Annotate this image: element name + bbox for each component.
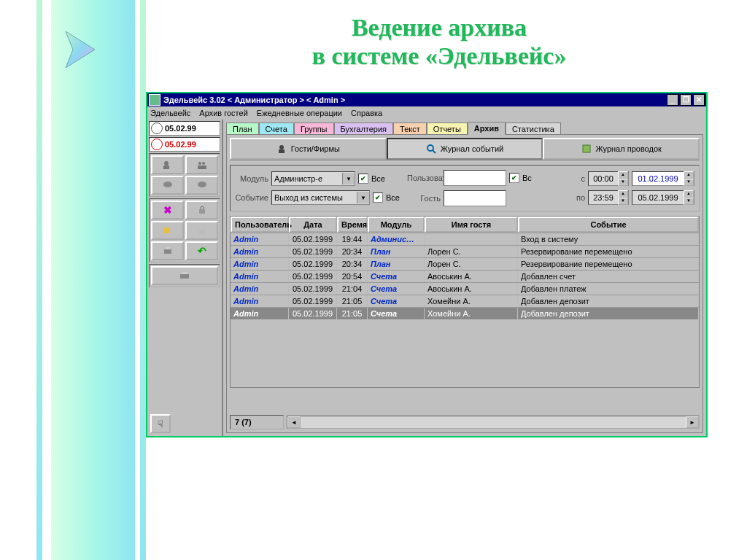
toolbar-group-3 [149, 264, 220, 287]
event-grid: Пользователь Дата Время Модуль Имя гостя… [230, 216, 700, 388]
tab-Текст[interactable]: Текст [393, 122, 427, 135]
toolbtn-group[interactable] [185, 155, 218, 174]
check-user-all[interactable]: ✔ [509, 173, 519, 183]
menu-daily[interactable]: Ежедневные операции [257, 109, 342, 117]
table-row[interactable]: Admin05.02.199920:54СчетаАвоськин А.Доба… [231, 270, 699, 282]
minimize-button[interactable]: _ [667, 94, 678, 106]
toolbtn-printer[interactable] [151, 266, 218, 285]
tab-Архив[interactable]: Архив [468, 122, 506, 135]
search-icon [426, 144, 436, 154]
grid-header: Пользователь Дата Время Модуль Имя гостя… [231, 217, 699, 233]
table-row[interactable]: Admin05.02.199920:34ПланЛорен С.Резервир… [231, 257, 699, 270]
svg-marker-0 [66, 31, 95, 68]
dropdown-icon[interactable]: ▼ [357, 192, 369, 203]
svg-point-1 [164, 161, 169, 166]
person-icon [276, 144, 287, 154]
subtab-events[interactable]: Журнал событий [387, 138, 543, 160]
toolbtn-delete[interactable]: ✖ [151, 201, 184, 219]
slide-bullet-icon [58, 28, 102, 71]
tab-Статистика[interactable]: Статистика [506, 122, 561, 135]
tab-План[interactable]: План [226, 122, 259, 135]
combo-module[interactable]: ▼ [271, 171, 355, 186]
label-module: Модуль [235, 174, 268, 183]
svg-rect-11 [164, 249, 171, 254]
table-row[interactable]: Admin05.02.199921:05СчетаХомейни А.Добав… [231, 307, 699, 319]
check-event-all[interactable]: ✔ [373, 192, 383, 203]
col-time[interactable]: Время [337, 217, 368, 233]
svg-rect-10 [199, 230, 205, 234]
tab-Бухгалтерия[interactable]: Бухгалтерия [334, 122, 394, 135]
svg-point-17 [427, 145, 433, 151]
ledger-icon [581, 144, 592, 154]
tab-Счета[interactable]: Счета [259, 122, 294, 135]
svg-point-3 [198, 162, 201, 165]
left-toolbar: 05.02.99 05.02.99 ✖ [147, 120, 223, 436]
check-module-all[interactable]: ✔ [358, 174, 368, 184]
menu-archive[interactable]: Архив гостей [199, 109, 247, 117]
title-bar: Эдельвейс 3.02 < Администратор > < Admin… [147, 93, 706, 106]
toolbtn-hand[interactable]: ☟ [150, 414, 171, 433]
svg-point-4 [202, 162, 205, 165]
menu-bar: Эдельвейс Архив гостей Ежедневные операц… [147, 106, 706, 120]
menu-app[interactable]: Эдельвейс [150, 109, 190, 117]
horizontal-scrollbar[interactable]: ◄ ► [287, 416, 700, 429]
svg-rect-9 [164, 228, 170, 233]
scroll-left-icon[interactable]: ◄ [287, 416, 301, 428]
toolbtn-paint[interactable] [151, 221, 184, 240]
toolbtn-person[interactable] [151, 155, 184, 174]
label-guest: Гость [407, 194, 441, 203]
toolbtn-print[interactable] [151, 241, 184, 260]
spin-to-date[interactable]: ▲▼ [632, 190, 694, 205]
col-module[interactable]: Модуль [368, 217, 425, 233]
toolbtn-chat[interactable] [151, 176, 184, 195]
date-chip-today[interactable]: 05.02.99 [149, 121, 220, 136]
svg-rect-8 [199, 209, 205, 214]
col-date[interactable]: Дата [289, 217, 337, 233]
status-bar: 7 (7) ◄ ► [230, 415, 700, 429]
tab-page-archive: Гости/Фирмы Журнал событий Журнал провод… [226, 134, 703, 433]
toolbtn-undo[interactable]: ↶ [185, 241, 218, 260]
window-title: Эдельвейс 3.02 < Администратор > < Admin… [163, 96, 345, 104]
tab-Отчеты[interactable]: Отчеты [427, 122, 468, 135]
svg-rect-13 [180, 274, 189, 279]
date-chip-alt[interactable]: 05.02.99 [149, 137, 220, 152]
svg-rect-19 [583, 145, 590, 152]
svg-rect-16 [279, 149, 285, 153]
toolbtn-lock[interactable] [185, 201, 218, 219]
col-user[interactable]: Пользователь [231, 217, 289, 233]
tab-Группы[interactable]: Группы [294, 122, 334, 135]
table-row[interactable]: Admin05.02.199919:44Администр-еВход в си… [231, 233, 699, 245]
clock-icon [151, 139, 163, 150]
scroll-right-icon[interactable]: ► [686, 416, 699, 428]
svg-rect-5 [198, 166, 206, 169]
main-panel: ПланСчетаГруппыБухгалтерияТекстОтчетыАрх… [223, 120, 706, 436]
col-event[interactable]: Событие [518, 217, 699, 233]
toolbtn-unlock[interactable] [185, 221, 218, 240]
slide-title: Ведение архива в системе «Эдельвейс» [146, 13, 732, 70]
dropdown-icon[interactable]: ▼ [342, 173, 355, 184]
tab-strip: ПланСчетаГруппыБухгалтерияТекстОтчетыАрх… [223, 120, 706, 134]
svg-rect-2 [163, 166, 169, 169]
input-user[interactable] [444, 170, 506, 186]
subtab-postings[interactable]: Журнал проводок [543, 138, 700, 160]
table-row[interactable]: Admin05.02.199921:04СчетаАвоськин А.Доба… [231, 282, 699, 295]
maximize-button[interactable]: ❐ [680, 94, 692, 106]
toolbtn-chat2[interactable] [185, 176, 218, 195]
menu-help[interactable]: Справка [351, 109, 382, 117]
svg-rect-12 [166, 247, 170, 249]
close-button[interactable]: ✕ [693, 94, 705, 106]
spin-to-time[interactable]: ▲▼ [588, 190, 629, 205]
combo-event[interactable]: ▼ [271, 190, 370, 205]
table-row[interactable]: Admin05.02.199921:05СчетаХомейни А.Добав… [231, 295, 699, 307]
svg-line-18 [433, 150, 436, 153]
subtab-guests[interactable]: Гости/Фирмы [230, 138, 387, 160]
label-to: по [570, 193, 585, 202]
toolbar-group-1 [149, 153, 220, 197]
spin-from-time[interactable]: ▲▼ [588, 171, 629, 186]
col-guest[interactable]: Имя гостя [425, 217, 518, 233]
table-row[interactable]: Admin05.02.199920:34ПланЛорен С.Резервир… [231, 245, 699, 257]
spin-from-date[interactable]: ▲▼ [632, 171, 694, 186]
svg-point-6 [163, 182, 172, 187]
input-guest[interactable] [444, 190, 506, 206]
app-window: Эдельвейс 3.02 < Администратор > < Admin… [146, 92, 708, 438]
